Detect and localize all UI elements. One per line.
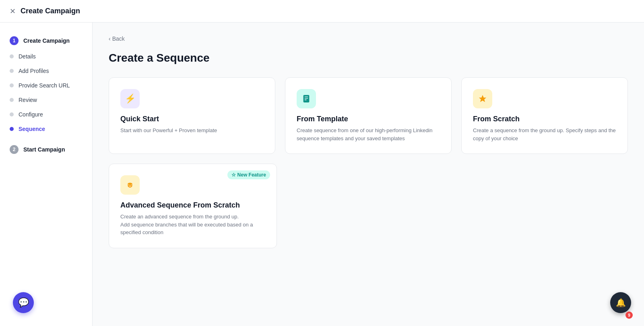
sidebar-item-sequence-label: Sequence xyxy=(19,126,45,132)
page-title: Create a Sequence xyxy=(109,52,628,64)
main-content: ‹ Back Create a Sequence ⚡ Quick Start S… xyxy=(93,23,644,326)
sidebar-item-review[interactable]: Review xyxy=(0,93,92,107)
card-from-scratch[interactable]: From Scratch Create a sequence from the … xyxy=(461,77,628,154)
back-label: Back xyxy=(112,35,125,42)
quick-start-title: Quick Start xyxy=(120,115,264,123)
sidebar-item-start-campaign[interactable]: 2 Start Campaign xyxy=(0,141,92,158)
svg-rect-0 xyxy=(303,95,310,102)
sidebar-item-configure-label: Configure xyxy=(19,111,43,118)
review-dot xyxy=(10,98,14,102)
new-feature-badge: ☆ New Feature xyxy=(227,170,270,179)
sidebar: 1 Create Campaign Details Add Profiles P… xyxy=(0,23,93,326)
from-template-desc: Create sequence from one of our high-per… xyxy=(297,127,440,142)
advanced-sequence-icon xyxy=(120,175,140,195)
step1-number: 1 xyxy=(10,36,19,45)
sidebar-item-add-profiles[interactable]: Add Profiles xyxy=(0,64,92,78)
top-bar: ✕ Create Campaign xyxy=(0,0,644,23)
sidebar-item-configure[interactable]: Configure xyxy=(0,107,92,122)
sidebar-item-create-campaign-label: Create Campaign xyxy=(23,37,70,44)
quick-start-icon: ⚡ xyxy=(120,89,140,108)
add-profiles-dot xyxy=(10,69,14,73)
chat-icon: 💬 xyxy=(18,297,29,308)
sidebar-item-add-profiles-label: Add Profiles xyxy=(19,68,49,74)
cards-row-bottom: ☆ New Feature Advanced Sequence From Scr… xyxy=(109,164,628,248)
details-dot xyxy=(10,54,14,58)
from-scratch-icon xyxy=(473,89,492,108)
from-scratch-title: From Scratch xyxy=(473,115,616,123)
new-feature-label: New Feature xyxy=(237,172,266,178)
advanced-sequence-title: Advanced Sequence From Scratch xyxy=(120,201,265,210)
notification-badge: 9 xyxy=(625,311,633,319)
step2-number: 2 xyxy=(10,145,19,154)
from-template-icon xyxy=(297,89,316,108)
provide-search-url-dot xyxy=(10,83,14,87)
configure-dot xyxy=(10,112,14,116)
sidebar-item-review-label: Review xyxy=(19,97,37,103)
sidebar-item-create-campaign[interactable]: 1 Create Campaign xyxy=(0,32,92,49)
bell-icon: 🔔 xyxy=(616,298,626,307)
card-advanced-sequence[interactable]: ☆ New Feature Advanced Sequence From Scr… xyxy=(109,164,277,248)
from-template-title: From Template xyxy=(297,115,440,123)
chat-button[interactable]: 💬 xyxy=(13,292,34,313)
cards-row-top: ⚡ Quick Start Start with our Powerful + … xyxy=(109,77,628,154)
sidebar-item-provide-search-url[interactable]: Provide Search URL xyxy=(0,78,92,93)
card-from-template[interactable]: From Template Create sequence from one o… xyxy=(285,77,452,154)
quick-start-desc: Start with our Powerful + Proven templat… xyxy=(120,127,264,135)
notification-button[interactable]: 🔔 xyxy=(610,292,631,313)
sidebar-item-start-campaign-label: Start Campaign xyxy=(23,146,65,153)
top-bar-title: Create Campaign xyxy=(21,7,80,15)
star-icon: ☆ xyxy=(231,172,236,178)
chevron-left-icon: ‹ xyxy=(109,35,111,42)
sequence-dot xyxy=(10,127,14,131)
advanced-sequence-desc: Create an advanced sequence from the gro… xyxy=(120,213,265,237)
layout: 1 Create Campaign Details Add Profiles P… xyxy=(0,23,644,326)
card-quick-start[interactable]: ⚡ Quick Start Start with our Powerful + … xyxy=(109,77,275,154)
sidebar-item-details[interactable]: Details xyxy=(0,49,92,64)
back-link[interactable]: ‹ Back xyxy=(109,35,628,42)
sidebar-item-details-label: Details xyxy=(19,53,36,60)
from-scratch-desc: Create a sequence from the ground up. Sp… xyxy=(473,127,616,142)
sidebar-item-provide-search-url-label: Provide Search URL xyxy=(19,82,70,89)
close-icon[interactable]: ✕ xyxy=(10,7,16,16)
sidebar-item-sequence[interactable]: Sequence xyxy=(0,122,92,136)
